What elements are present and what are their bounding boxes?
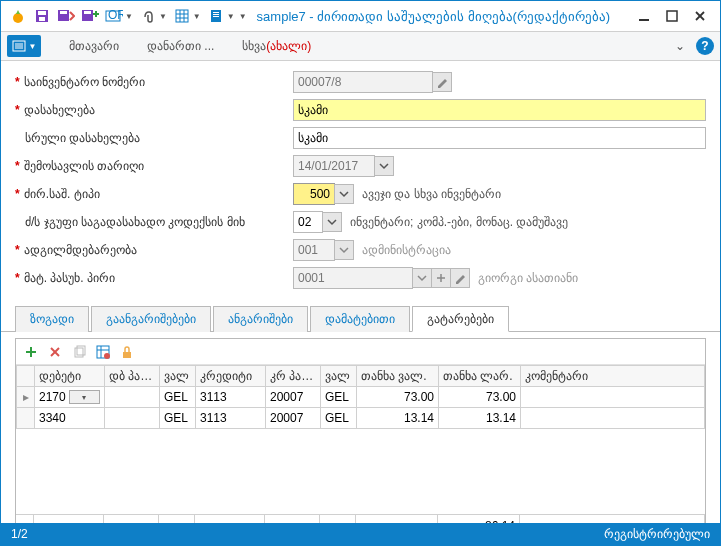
field-inv-number: 00007/8 bbox=[293, 71, 433, 93]
tab-entries[interactable]: გატარებები bbox=[412, 306, 509, 332]
entries-grid[interactable]: დებეტი დბ პარტ. ვალ კრედიტი კრ პარტ. ვალ… bbox=[16, 365, 705, 429]
col-debit[interactable]: დებეტი bbox=[35, 366, 105, 387]
tab-general[interactable]: ზოგადი bbox=[15, 306, 89, 332]
cell-amount-lari[interactable]: 73.00 bbox=[439, 387, 521, 408]
document-icon[interactable] bbox=[205, 5, 227, 27]
chevron-down-icon[interactable]: ▾ bbox=[69, 390, 101, 404]
ribbon-main[interactable]: მთავარი bbox=[69, 39, 119, 53]
col-amount-lari[interactable]: თანხა ლარ. bbox=[439, 366, 521, 387]
dropdown-icon[interactable] bbox=[412, 268, 432, 288]
cell-comment[interactable] bbox=[521, 408, 705, 429]
ribbon: ▼ მთავარი დანართი ... სხვა(ახალი) ⌄ ? bbox=[1, 31, 720, 61]
svg-rect-19 bbox=[213, 14, 219, 15]
svg-rect-5 bbox=[60, 11, 67, 14]
help-icon[interactable]: ? bbox=[696, 37, 714, 55]
cell-cur2[interactable]: GEL bbox=[321, 387, 357, 408]
svg-rect-3 bbox=[39, 17, 45, 21]
svg-point-0 bbox=[13, 13, 23, 23]
location-text: ადმინისტრაცია bbox=[362, 243, 451, 257]
field-location: 001 bbox=[293, 239, 335, 261]
cell-db-partner[interactable] bbox=[105, 408, 160, 429]
cell-credit[interactable]: 3113 bbox=[196, 408, 266, 429]
edit-icon[interactable] bbox=[432, 72, 452, 92]
cell-credit[interactable]: 3113 bbox=[196, 387, 266, 408]
table-row[interactable]: 3340 GEL 3113 20007 GEL 13.14 13.14 bbox=[17, 408, 705, 429]
tab-additional[interactable]: დამატებითი bbox=[310, 306, 410, 332]
svg-point-40 bbox=[104, 353, 110, 359]
tab-accounts[interactable]: ანგარიშები bbox=[213, 306, 308, 332]
save-icon[interactable] bbox=[31, 5, 53, 27]
table-settings-icon[interactable] bbox=[94, 343, 112, 361]
cell-amount-cur[interactable]: 13.14 bbox=[357, 408, 439, 429]
chevron-down-icon[interactable]: ▼ bbox=[227, 12, 235, 21]
label-location: *ადგილმდებარეობა bbox=[15, 243, 293, 257]
window-title: sample7 - ძირითადი საშუალების მიღება(რედ… bbox=[257, 9, 611, 24]
save-new-icon[interactable] bbox=[79, 5, 101, 27]
row-indicator-icon: ▸ bbox=[17, 387, 35, 408]
label-income-date: *შემოსავლის თარიღი bbox=[15, 159, 293, 173]
col-currency2[interactable]: ვალ bbox=[321, 366, 357, 387]
dropdown-icon[interactable] bbox=[374, 156, 394, 176]
plus-icon[interactable] bbox=[431, 268, 451, 288]
svg-rect-22 bbox=[667, 11, 677, 21]
svg-rect-7 bbox=[84, 11, 91, 14]
titlebar: ORF ▼ ▼ ▼ ▼ ▼ sample7 - ძირითადი საშუალე… bbox=[1, 1, 720, 31]
label-inv-number: *საინვენტარო ნომერი bbox=[15, 75, 293, 89]
col-amount-cur[interactable]: თანხა ვალ. bbox=[357, 366, 439, 387]
chevron-down-icon[interactable]: ▼ bbox=[239, 12, 247, 21]
menu-button[interactable]: ▼ bbox=[7, 35, 41, 57]
ribbon-addon[interactable]: დანართი ... bbox=[147, 39, 214, 53]
table-row[interactable]: ▸ 2170▾ GEL 3113 20007 GEL 73.00 73.00 bbox=[17, 387, 705, 408]
dropdown-icon[interactable] bbox=[322, 212, 342, 232]
cell-amount-lari[interactable]: 13.14 bbox=[439, 408, 521, 429]
label-tax-group: ძ/ს ჯგუფი საგადასახადო კოდექსის მიხ bbox=[15, 215, 293, 229]
form-area: *საინვენტარო ნომერი 00007/8 *დასახელება … bbox=[1, 61, 720, 301]
lock-icon[interactable] bbox=[118, 343, 136, 361]
cell-debit[interactable]: 3340 bbox=[35, 408, 105, 429]
field-asset-type[interactable]: 500 bbox=[293, 183, 335, 205]
delete-row-icon[interactable] bbox=[46, 343, 64, 361]
minimize-button[interactable] bbox=[630, 5, 658, 27]
dropdown-icon[interactable] bbox=[334, 184, 354, 204]
label-asset-type: *ძირ.საშ. ტიპი bbox=[15, 187, 293, 201]
chevron-down-icon[interactable]: ▼ bbox=[125, 12, 133, 21]
cell-amount-cur[interactable]: 73.00 bbox=[357, 387, 439, 408]
grid-panel: დებეტი დბ პარტ. ვალ კრედიტი კრ პარტ. ვალ… bbox=[15, 338, 706, 538]
chevron-down-icon[interactable]: ▼ bbox=[159, 12, 167, 21]
cell-cur1[interactable]: GEL bbox=[160, 408, 196, 429]
ribbon-other[interactable]: სხვა(ახალი) bbox=[242, 39, 311, 53]
cell-db-partner[interactable] bbox=[105, 387, 160, 408]
attachment-icon[interactable] bbox=[137, 5, 159, 27]
maximize-button[interactable] bbox=[658, 5, 686, 27]
field-income-date: 14/01/2017 bbox=[293, 155, 375, 177]
toolbar-orf-icon[interactable]: ORF bbox=[103, 5, 125, 27]
field-tax-group[interactable]: 02 bbox=[293, 211, 323, 233]
cell-comment[interactable] bbox=[521, 387, 705, 408]
ribbon-right: ⌄ ? bbox=[675, 37, 714, 55]
edit-icon[interactable] bbox=[450, 268, 470, 288]
col-cr-partner[interactable]: კრ პარტ. bbox=[266, 366, 321, 387]
save-close-icon[interactable] bbox=[55, 5, 77, 27]
cell-cur1[interactable]: GEL bbox=[160, 387, 196, 408]
tab-calculations[interactable]: გაანგარიშებები bbox=[91, 306, 211, 332]
cell-cr-partner[interactable]: 20007 bbox=[266, 408, 321, 429]
copy-icon[interactable] bbox=[70, 343, 88, 361]
field-name[interactable]: სკამი bbox=[293, 99, 706, 121]
col-comment[interactable]: კომენტარი bbox=[521, 366, 705, 387]
col-credit[interactable]: კრედიტი bbox=[196, 366, 266, 387]
close-button[interactable] bbox=[686, 5, 714, 27]
col-currency1[interactable]: ვალ bbox=[160, 366, 196, 387]
field-fullname[interactable]: სკამი bbox=[293, 127, 706, 149]
chevron-down-icon[interactable]: ⌄ bbox=[675, 39, 685, 53]
svg-rect-9 bbox=[95, 11, 97, 17]
col-db-partner[interactable]: დბ პარტ. bbox=[105, 366, 160, 387]
dropdown-icon[interactable] bbox=[334, 240, 354, 260]
add-row-icon[interactable] bbox=[22, 343, 40, 361]
grid-icon[interactable] bbox=[171, 5, 193, 27]
tabstrip: ზოგადი გაანგარიშებები ანგარიშები დამატებ… bbox=[1, 305, 720, 332]
cell-cur2[interactable]: GEL bbox=[321, 408, 357, 429]
cell-cr-partner[interactable]: 20007 bbox=[266, 387, 321, 408]
label-name: *დასახელება bbox=[15, 103, 293, 117]
chevron-down-icon[interactable]: ▼ bbox=[193, 12, 201, 21]
cell-debit[interactable]: 2170▾ bbox=[35, 387, 105, 408]
